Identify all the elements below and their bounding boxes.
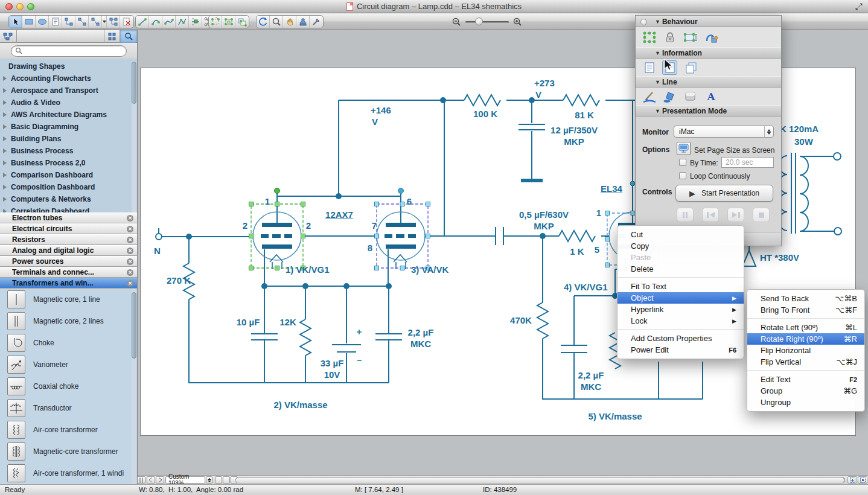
text-tool[interactable] [49,16,62,28]
close-icon[interactable]: ✕ [127,248,133,254]
menu-item-lock[interactable]: Lock▶ [617,315,744,327]
shape-coaxial-choke[interactable]: Coaxial choke [0,375,132,397]
menu-item-add-custom-properties[interactable]: Add Custom Properties [617,333,744,344]
stop-button[interactable] [753,208,770,222]
behaviour-header[interactable]: ▼ Behaviour [636,16,781,27]
category-drawing-shapes[interactable]: Drawing Shapes [0,60,132,72]
menu-item-object[interactable]: Object▶ [617,292,744,304]
menu-item-group[interactable]: Group⌘G [747,385,864,397]
lock-icon[interactable] [662,30,677,45]
convert-shape-tool[interactable] [235,16,249,28]
shape-transductor[interactable]: Transductor [0,397,132,419]
zoom-level-stepper[interactable] [206,476,212,484]
delete-shape-tool[interactable] [120,16,133,28]
monitor-select[interactable]: iMac [674,126,774,138]
section-analog-digital-logic[interactable]: Analog and digital logic✕ [0,245,137,256]
stamp-tool[interactable] [296,16,310,28]
menu-item-copy[interactable]: Copy [617,240,744,252]
page-box-2[interactable] [223,476,230,484]
category-correlation-dashboard[interactable]: Correlation Dashboard [0,205,132,212]
pan-tool[interactable] [283,16,296,28]
rectangle-tool[interactable] [22,16,36,28]
menu-item-rotate-left[interactable]: Rotate Left (90º)⌘L [747,322,864,333]
resize-frame-icon[interactable] [683,30,698,45]
panel-knob[interactable] [640,19,647,25]
close-icon[interactable]: ✕ [127,215,133,222]
selection-frame-icon[interactable] [642,30,657,45]
search-input[interactable] [25,47,115,54]
reshape-tool[interactable] [209,16,222,28]
pause-button[interactable] [677,208,694,222]
close-icon[interactable]: ✕ [127,237,133,243]
zoom-tool[interactable] [270,16,283,28]
by-time-checkbox[interactable] [679,159,686,166]
menu-item-edit-text[interactable]: Edit TextF2 [747,374,864,385]
category-business-process-20[interactable]: Business Process 2,0 [0,157,132,169]
menu-item-flip-horizontal[interactable]: Flip Horizontal [747,345,864,356]
doc-stack-icon[interactable] [683,60,698,75]
previous-button[interactable] [702,208,719,222]
category-aerospace[interactable]: Aerospace and Transport [0,85,132,97]
edit-group-tool[interactable] [222,16,235,28]
page-back-icon[interactable] [147,476,155,484]
category-composition-dashboard[interactable]: Composition Dashboard [0,181,132,193]
shape-magnetic-core-1-line[interactable]: Magnetic core, 1 line [0,289,132,310]
properties-doc-icon[interactable] [642,60,657,75]
menu-item-send-to-back[interactable]: Send To Back⌥⌘B [747,293,864,304]
menu-item-flip-vertical[interactable]: Flip Vertical⌥⌘J [747,356,864,368]
connector-tree-tool[interactable] [107,16,120,28]
section-terminals-connectors[interactable]: Terminals and connec...✕ [0,267,137,278]
fit-page-icon[interactable] [847,476,857,484]
action-arrow-icon[interactable] [703,30,718,45]
grid-view-icon[interactable] [104,30,120,43]
category-audio-video[interactable]: Audio & Video [0,97,132,109]
connector-direct-tool[interactable] [75,16,89,28]
shape-choke[interactable]: Choke [0,332,132,354]
menu-item-delete[interactable]: Delete [617,263,744,275]
menu-item-ungroup[interactable]: Ungroup [747,397,864,408]
page-box-1[interactable] [215,476,222,484]
information-header[interactable]: ▼Information [636,47,781,59]
horizontal-scrollbar[interactable] [235,477,845,484]
fill-square-icon[interactable] [683,89,698,104]
connector-elbow-tool[interactable] [62,16,75,28]
zoom-slider[interactable] [465,21,509,23]
category-basic-diagramming[interactable]: Basic Diagramming [0,121,132,133]
menu-item-fit-to-text[interactable]: Fit To Text [617,281,744,292]
connector-smart-tool[interactable] [89,16,102,28]
line-tool[interactable] [136,16,149,28]
shape-air-core-transformer[interactable]: Air-core transformer [0,419,132,441]
fullscreen-icon[interactable] [855,2,863,11]
tree-view-icon[interactable] [0,30,17,43]
shape-magnetic-core-transformer[interactable]: Magnetic-core transformer [0,441,132,462]
shape-magnetic-core-2-lines[interactable]: Magnetic core, 2 lines [0,310,132,332]
line-header[interactable]: ▼Line [636,76,781,88]
rotate-tool[interactable] [257,16,270,28]
close-icon[interactable]: ✕ [127,280,133,287]
shape-variometer[interactable]: Variometer [0,354,132,375]
pane-splitter-icon[interactable] [138,476,145,484]
category-comparison-dashboard[interactable]: Comparison Dashboard [0,169,132,181]
zoom-level-select[interactable]: Custom 103% [165,476,205,484]
category-scrollbar-thumb[interactable] [132,62,136,104]
section-resistors[interactable]: Resistors✕ [0,234,137,245]
curve-tool[interactable] [162,16,176,28]
connector-dropdown[interactable] [102,16,107,28]
category-computers-networks[interactable]: Computers & Networks [0,193,132,205]
close-icon[interactable]: ✕ [127,226,133,232]
eyedropper-tool[interactable] [310,16,323,28]
text-style-icon[interactable]: A [703,89,718,104]
menu-item-rotate-right[interactable]: Rotate Right (90º)⌘R [747,333,864,345]
section-electrical-circuits[interactable]: Electrical circuits✕ [0,223,137,234]
category-building-plans[interactable]: Building Plans [0,133,132,145]
paint-bucket-icon[interactable] [662,89,677,104]
section-transformers-windings[interactable]: Transformers and win...✕ [0,278,137,289]
arc-tool[interactable] [149,16,162,28]
section-power-sources[interactable]: Power sources✕ [0,256,137,267]
loop-checkbox[interactable] [679,172,686,179]
by-time-input[interactable]: 20.0 sec [721,157,774,168]
menu-item-hyperlink[interactable]: Hyperlink▶ [617,304,744,315]
menu-item-bring-to-front[interactable]: Bring To Front⌥⌘F [747,304,864,316]
close-icon[interactable]: ✕ [127,258,133,265]
fit-selection-icon[interactable] [858,476,867,484]
